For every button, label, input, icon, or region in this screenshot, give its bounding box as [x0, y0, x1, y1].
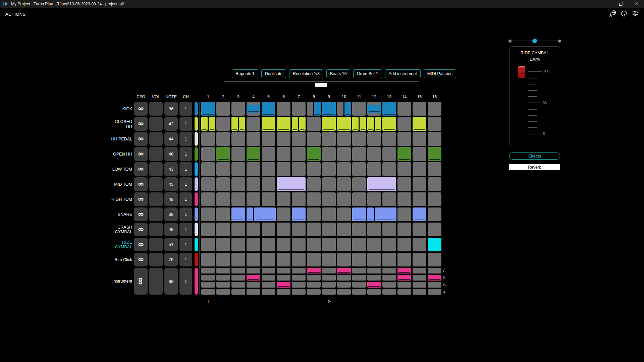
step-cell[interactable] — [231, 177, 245, 191]
step-cell[interactable] — [216, 238, 230, 251]
channel-cell-rim-click[interactable]: 1 — [179, 253, 192, 266]
note[interactable] — [382, 102, 396, 116]
note[interactable] — [413, 207, 426, 221]
step-cell[interactable] — [231, 253, 245, 266]
step-cell[interactable] — [413, 268, 426, 274]
note[interactable] — [262, 102, 275, 116]
step-cell[interactable] — [413, 132, 426, 146]
step-cell[interactable] — [292, 223, 306, 236]
step-cell[interactable] — [382, 147, 396, 161]
cfg-cell-rim-click[interactable]: ∞ — [134, 253, 148, 266]
step-cell[interactable] — [262, 253, 275, 266]
step-cell[interactable] — [322, 223, 336, 236]
row-label-snare[interactable]: SNARE — [111, 207, 132, 221]
channel-cell-kick[interactable]: 1 — [179, 102, 192, 116]
note[interactable] — [209, 117, 215, 131]
vol-cell-closed-hh[interactable] — [149, 117, 163, 131]
effects-button[interactable]: Effects — [509, 153, 560, 160]
vol-cell-instrument[interactable] — [149, 268, 163, 295]
step-cell[interactable] — [201, 223, 215, 236]
note[interactable] — [375, 117, 381, 131]
step-cell[interactable] — [216, 282, 230, 288]
step-cell[interactable] — [413, 275, 426, 281]
step-cell[interactable] — [216, 253, 230, 266]
step-cell[interactable] — [277, 147, 290, 161]
cfg-cell-snare[interactable]: ∞ — [134, 207, 148, 221]
note[interactable] — [397, 275, 411, 281]
step-cell[interactable] — [382, 192, 396, 206]
step-cell[interactable] — [322, 282, 336, 288]
step-cell[interactable] — [292, 147, 306, 161]
note-cell-hh-pedal[interactable]: 44 — [164, 132, 178, 146]
vol-cell-hh-pedal[interactable] — [149, 132, 163, 146]
step-cell[interactable] — [292, 238, 306, 251]
step-cell[interactable] — [413, 162, 426, 176]
step-cell[interactable] — [231, 282, 245, 288]
step-cell[interactable] — [247, 223, 260, 236]
step-cell[interactable] — [367, 223, 381, 236]
step-cell[interactable] — [262, 177, 275, 191]
row-label-crash-cymbal[interactable]: CRASH CYMBAL — [111, 223, 132, 236]
step-cell[interactable] — [262, 147, 275, 161]
note[interactable] — [367, 282, 381, 288]
toolbar-button-beats-16[interactable]: Beats 16 — [326, 69, 350, 78]
step-cell[interactable] — [322, 207, 336, 221]
note[interactable] — [428, 147, 441, 161]
step-cell[interactable] — [231, 162, 245, 176]
step-cell[interactable] — [247, 132, 260, 146]
step-cell[interactable] — [322, 192, 336, 206]
step-cell[interactable] — [216, 289, 230, 295]
step-cell[interactable] — [277, 223, 290, 236]
note-cell-instrument[interactable]: 69 — [164, 268, 178, 295]
step-cell[interactable] — [201, 275, 215, 281]
step-cell[interactable] — [247, 268, 260, 274]
step-cell[interactable] — [428, 223, 441, 236]
step-cell[interactable] — [352, 223, 366, 236]
step-cell[interactable] — [397, 117, 411, 131]
step-cell[interactable] — [382, 253, 396, 266]
step-cell[interactable] — [413, 102, 426, 116]
step-cell[interactable] — [322, 253, 336, 266]
toolbar-button-midi-patches[interactable]: MIDI Patches — [424, 69, 456, 78]
step-cell[interactable] — [322, 275, 336, 281]
step-cell[interactable] — [337, 177, 351, 191]
step-cell[interactable] — [367, 253, 381, 266]
step-cell[interactable] — [397, 207, 411, 221]
step-cell[interactable] — [216, 132, 230, 146]
step-cell[interactable] — [292, 289, 306, 295]
note[interactable] — [337, 117, 351, 131]
vol-cell-rim-click[interactable] — [149, 253, 163, 266]
step-cell[interactable] — [307, 253, 321, 266]
note-cell-crash-cymbal[interactable]: 49 — [164, 223, 178, 236]
step-cell[interactable] — [397, 223, 411, 236]
step-cell[interactable] — [322, 162, 336, 176]
step-cell[interactable] — [428, 132, 441, 146]
step-cell[interactable] — [352, 192, 366, 206]
step-cell[interactable] — [382, 289, 396, 295]
vol-cell-high-tom[interactable] — [149, 192, 163, 206]
step-cell[interactable] — [262, 132, 275, 146]
step-cell[interactable] — [231, 289, 245, 295]
note-cell-low-tom[interactable]: 43 — [164, 162, 178, 176]
vol-cell-open-hh[interactable] — [149, 147, 163, 161]
step-cell[interactable] — [337, 207, 351, 221]
note[interactable] — [247, 105, 260, 113]
step-cell[interactable] — [382, 162, 396, 176]
step-cell[interactable] — [428, 282, 441, 288]
note-cell-closed-hh[interactable]: 42 — [164, 117, 178, 131]
step-cell[interactable] — [216, 162, 230, 176]
note[interactable] — [375, 207, 396, 221]
volume-fader-handle[interactable] — [518, 66, 525, 78]
step-cell[interactable] — [352, 275, 366, 281]
step-cell[interactable] — [231, 268, 245, 274]
step-cell[interactable] — [367, 192, 381, 206]
note[interactable] — [352, 207, 366, 221]
step-cell[interactable] — [292, 268, 306, 274]
step-cell[interactable] — [307, 102, 313, 116]
step-cell[interactable] — [322, 238, 336, 251]
cfg-cell-instrument[interactable]: ∞ — [134, 268, 148, 295]
step-cell[interactable] — [292, 275, 306, 281]
step-cell[interactable] — [307, 162, 321, 176]
step-cell[interactable] — [367, 238, 381, 251]
step-cell[interactable] — [307, 132, 321, 146]
